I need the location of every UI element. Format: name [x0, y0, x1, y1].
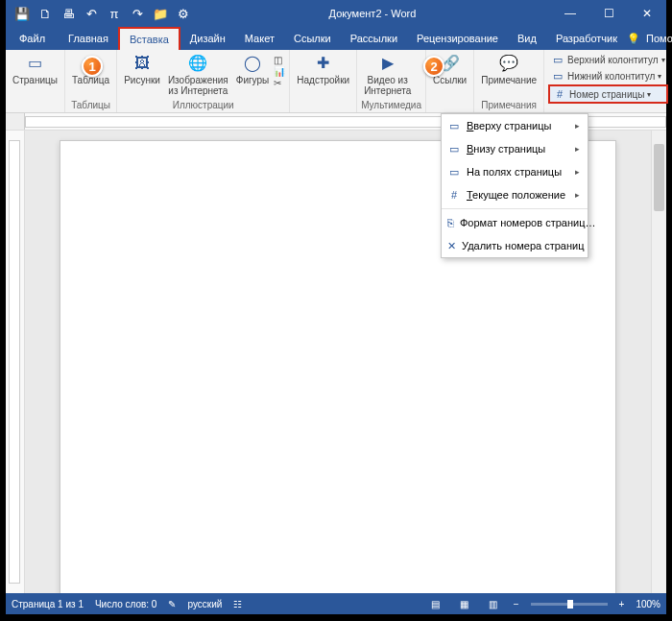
- statusbar: Страница 1 из 1 Число слов: 0 ✎ русский …: [6, 593, 666, 614]
- print-layout-icon[interactable]: ▦: [456, 597, 473, 610]
- menu-current-position[interactable]: # Текущее положение ▸: [442, 183, 588, 206]
- ruler-corner: [6, 113, 25, 131]
- links-label: Ссылки: [433, 75, 467, 85]
- quick-access-toolbar: 💾 🗋 🖶 ↶ π ↷ 📁 ⚙: [6, 3, 194, 24]
- save-icon[interactable]: 💾: [12, 3, 33, 24]
- online-picture-icon: 🌐: [188, 54, 207, 73]
- tab-insert[interactable]: Вставка: [118, 27, 180, 50]
- status-page[interactable]: Страница 1 из 1: [12, 599, 84, 609]
- callout-1: 1: [82, 56, 103, 77]
- tab-review[interactable]: Рецензирование: [407, 27, 508, 50]
- tab-view[interactable]: Вид: [508, 27, 546, 50]
- comment-icon: 💬: [499, 54, 518, 73]
- ruler-vertical[interactable]: [6, 131, 25, 593]
- page-number-menu: ▭ Вверху страницы ▸ ▭ Внизу страницы ▸ ▭…: [441, 113, 588, 258]
- window-title: Документ2 - Word: [194, 8, 551, 19]
- format-icon: ⎘: [447, 216, 454, 229]
- web-layout-icon[interactable]: ▥: [485, 597, 502, 610]
- menu-page-margins[interactable]: ▭ На полях страницы ▸: [442, 160, 588, 183]
- comment-button[interactable]: 💬 Примечание: [478, 52, 540, 87]
- scrollbar-vertical[interactable]: [651, 131, 666, 593]
- tab-design[interactable]: Дизайн: [180, 27, 235, 50]
- online-pictures-button[interactable]: 🌐 Изображения из Интернета: [165, 52, 231, 98]
- shapes-button[interactable]: ◯ Фигуры: [233, 52, 272, 87]
- status-words[interactable]: Число слов: 0: [95, 599, 156, 609]
- pages-label: Страницы: [12, 75, 58, 85]
- lightbulb-icon: 💡: [627, 33, 640, 45]
- header-button[interactable]: ▭ Верхний колонтитул▾: [548, 52, 668, 67]
- addins-label: Надстройки: [297, 75, 349, 85]
- menu-margins-label: На полях страницы: [467, 166, 562, 178]
- addins-icon: ✚: [314, 54, 333, 73]
- minimize-button[interactable]: —: [551, 0, 589, 27]
- page-icon: ▭: [25, 54, 44, 73]
- menu-top-of-page[interactable]: ▭ Вверху страницы ▸: [442, 114, 588, 137]
- print-icon[interactable]: 🖶: [58, 3, 79, 24]
- close-button[interactable]: ✕: [628, 0, 666, 27]
- video-l2: Интернета: [364, 85, 411, 96]
- redo-icon[interactable]: ↷: [127, 3, 148, 24]
- tab-mailings[interactable]: Рассылки: [341, 27, 407, 50]
- zoom-knob[interactable]: [567, 600, 573, 609]
- group-pages-label: [10, 100, 60, 112]
- group-pages: ▭ Страницы: [6, 50, 65, 112]
- status-language[interactable]: русский: [187, 599, 222, 609]
- tab-layout[interactable]: Макет: [235, 27, 284, 50]
- spellcheck-icon[interactable]: ✎: [168, 599, 176, 609]
- menu-bottom-rest: низу страницы: [473, 143, 545, 155]
- online-pic-l2: из Интернета: [168, 85, 228, 96]
- video-l1: Видео из: [368, 75, 408, 85]
- shapes-label: Фигуры: [236, 75, 269, 85]
- footer-icon: ▭: [551, 69, 564, 83]
- pictures-button[interactable]: 🖼 Рисунки: [121, 52, 163, 87]
- chart-icon[interactable]: 📊: [274, 66, 285, 77]
- page-bottom-icon: ▭: [447, 142, 461, 155]
- submenu-arrow-icon: ▸: [575, 190, 580, 200]
- online-pic-l1: Изображения: [168, 75, 228, 85]
- group-illustrations: 🖼 Рисунки 🌐 Изображения из Интернета ◯ Ф…: [117, 50, 290, 112]
- scrollbar-thumb[interactable]: [654, 144, 664, 211]
- app-window: 💾 🗋 🖶 ↶ π ↷ 📁 ⚙ Документ2 - Word — ☐ ✕ Ф…: [6, 0, 666, 614]
- current-position-icon: #: [447, 188, 461, 202]
- zoom-slider[interactable]: [531, 603, 608, 606]
- smartart-icon[interactable]: ◫: [274, 55, 285, 65]
- tab-developer[interactable]: Разработчик: [546, 27, 627, 50]
- menu-bottom-of-page[interactable]: ▭ Внизу страницы ▸: [442, 137, 588, 160]
- undo-icon[interactable]: ↶: [81, 3, 102, 24]
- ribbon: ▭ Страницы ▦ Таблица Таблицы 🖼 Рисунки: [6, 50, 666, 113]
- options-icon[interactable]: ⚙: [173, 3, 194, 24]
- zoom-level[interactable]: 100%: [636, 599, 660, 609]
- open-icon[interactable]: 📁: [150, 3, 171, 24]
- submenu-arrow-icon: ▸: [575, 121, 580, 131]
- tab-references[interactable]: Ссылки: [284, 27, 341, 50]
- menu-top-rest: верху страницы: [473, 120, 551, 131]
- remove-icon: ✕: [447, 239, 456, 252]
- page-number-label: Номер страницы: [569, 89, 644, 100]
- menu-remove-page-numbers[interactable]: ✕ Удалить номера страниц: [442, 234, 588, 257]
- footer-label: Нижний колонтитул: [567, 71, 655, 82]
- read-mode-icon[interactable]: ▤: [427, 597, 444, 610]
- window-controls: — ☐ ✕: [551, 0, 666, 27]
- footer-button[interactable]: ▭ Нижний колонтитул▾: [548, 68, 668, 84]
- help-label[interactable]: Помощ: [646, 33, 672, 44]
- equation-icon[interactable]: π: [104, 3, 125, 24]
- screenshot-icon[interactable]: ✂: [274, 78, 285, 88]
- tab-extras: 💡 Помощ 👤 Общий доступ: [627, 27, 672, 50]
- tab-home[interactable]: Главная: [59, 27, 118, 50]
- pages-button[interactable]: ▭ Страницы: [10, 52, 60, 87]
- new-doc-icon[interactable]: 🗋: [35, 3, 56, 24]
- group-illustrations-label: Иллюстрации: [121, 100, 285, 112]
- page-top-icon: ▭: [447, 119, 461, 132]
- video-icon: ▶: [378, 54, 397, 73]
- zoom-out-button[interactable]: −: [514, 599, 519, 609]
- maximize-button[interactable]: ☐: [589, 0, 628, 27]
- tab-file[interactable]: Файл: [6, 27, 59, 50]
- submenu-arrow-icon: ▸: [575, 167, 580, 177]
- menu-current-rest: екущее положение: [472, 189, 565, 201]
- page-number-button[interactable]: # Номер страницы▾: [548, 84, 668, 104]
- online-video-button[interactable]: ▶ Видео из Интернета: [361, 52, 414, 98]
- accessibility-icon[interactable]: ☷: [233, 599, 242, 609]
- zoom-in-button[interactable]: +: [619, 599, 625, 609]
- addins-button[interactable]: ✚ Надстройки: [294, 52, 352, 87]
- menu-format-page-numbers[interactable]: ⎘ Формат номеров страниц…: [442, 211, 588, 234]
